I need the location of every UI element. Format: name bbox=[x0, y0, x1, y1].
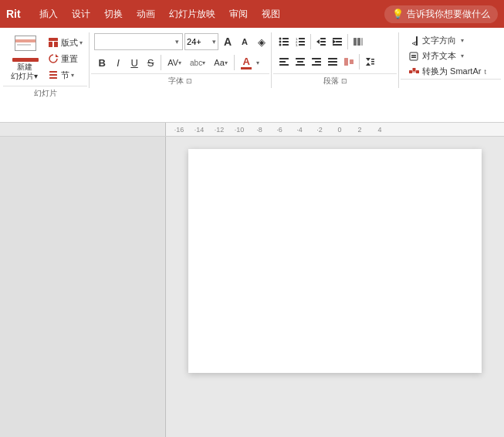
line-spacing-button[interactable] bbox=[362, 53, 377, 70]
align-right-button[interactable] bbox=[309, 53, 324, 70]
section-dropdown-arrow: ▾ bbox=[71, 72, 74, 79]
svg-marker-3 bbox=[56, 54, 59, 57]
font-section-expand[interactable]: ⊡ bbox=[186, 77, 192, 85]
align-center-button[interactable] bbox=[293, 53, 308, 70]
text-direction-button[interactable]: A 文字方向 ▾ bbox=[405, 33, 489, 48]
align-left-button[interactable] bbox=[276, 53, 292, 70]
menu-design[interactable]: 设计 bbox=[66, 5, 96, 24]
svg-marker-44 bbox=[366, 58, 370, 61]
columns-button[interactable] bbox=[350, 33, 366, 50]
new-slide-button[interactable]: 新建幻灯片▾ bbox=[6, 33, 42, 84]
paragraph-section-expand[interactable]: ⊡ bbox=[341, 77, 347, 85]
align-left-icon bbox=[279, 56, 289, 67]
svg-rect-2 bbox=[54, 42, 58, 47]
svg-rect-46 bbox=[371, 59, 374, 60]
font-color-button[interactable]: A bbox=[237, 53, 255, 72]
svg-rect-38 bbox=[312, 64, 321, 66]
columns-icon bbox=[353, 36, 364, 47]
font-size-up-button[interactable]: A bbox=[220, 33, 235, 50]
slide-canvas[interactable] bbox=[188, 149, 482, 373]
align-vertical-button[interactable] bbox=[341, 53, 357, 70]
indent-dec-icon bbox=[316, 36, 326, 47]
bullet-list-button[interactable] bbox=[276, 33, 292, 50]
svg-rect-40 bbox=[328, 61, 337, 63]
font-size-select[interactable]: 24+ ▾ bbox=[184, 33, 218, 50]
abc-arrow: ▾ bbox=[202, 59, 205, 66]
layout-icon bbox=[47, 36, 59, 49]
svg-point-9 bbox=[279, 41, 282, 43]
text-direction-icon: A bbox=[408, 36, 419, 46]
svg-rect-32 bbox=[279, 64, 289, 66]
svg-rect-51 bbox=[410, 53, 418, 60]
para-row-1: 1.2.3. bbox=[276, 33, 377, 50]
svg-rect-47 bbox=[371, 61, 374, 63]
svg-rect-50 bbox=[416, 36, 418, 46]
svg-rect-36 bbox=[312, 58, 321, 59]
italic-button[interactable]: I bbox=[110, 54, 126, 71]
ruler-marks: ·16 ·14 ·12 ·10 ·8 ·6 ·4 ·2 0 2 4 bbox=[166, 123, 393, 136]
reset-button[interactable]: 重置 bbox=[44, 51, 86, 66]
ribbon-sections: 新建幻灯片▾ 版式 ▾ 重置 bbox=[3, 31, 501, 122]
font-name-select[interactable]: ▾ bbox=[94, 33, 183, 50]
font-size-down-button[interactable]: A bbox=[237, 33, 252, 50]
clear-format-button[interactable]: ◈ bbox=[254, 33, 269, 50]
smartart-ellipsis: t bbox=[484, 68, 486, 76]
indent-dec-button[interactable] bbox=[313, 33, 329, 50]
svg-rect-42 bbox=[344, 58, 348, 66]
section-button[interactable]: 节 ▾ bbox=[44, 67, 86, 83]
align-text-button[interactable]: 对齐文本 ▾ bbox=[405, 49, 489, 63]
svg-marker-45 bbox=[366, 63, 370, 66]
font-name-dropdown: ▾ bbox=[175, 38, 179, 46]
svg-rect-27 bbox=[353, 38, 357, 46]
svg-rect-20 bbox=[320, 38, 326, 39]
indent-inc-button[interactable] bbox=[330, 33, 345, 50]
bullet-list-icon bbox=[279, 36, 289, 47]
font-size-case-button[interactable]: Aa ▾ bbox=[210, 54, 232, 71]
numbered-list-button[interactable]: 1.2.3. bbox=[293, 33, 308, 50]
svg-rect-25 bbox=[336, 41, 342, 42]
font-size-case-icon: Aa bbox=[214, 58, 224, 67]
strikethrough-button[interactable]: S bbox=[143, 54, 158, 71]
justify-button[interactable] bbox=[325, 53, 340, 70]
ruler-right: ·16 ·14 ·12 ·10 ·8 ·6 ·4 ·2 0 2 4 bbox=[166, 123, 504, 136]
svg-text:3.: 3. bbox=[296, 43, 298, 47]
convert-smartart-button[interactable]: 转换为 SmartAr t bbox=[405, 64, 489, 79]
char-spacing-button[interactable]: AV ▾ bbox=[164, 54, 185, 71]
align-text-label: 对齐文本 bbox=[422, 50, 456, 62]
align-text-icon bbox=[408, 51, 419, 62]
font-color-dropdown[interactable]: ▾ bbox=[256, 59, 259, 66]
layout-button[interactable]: 版式 ▾ bbox=[44, 35, 86, 50]
svg-marker-23 bbox=[333, 39, 336, 44]
text-direction-label: 文字方向 bbox=[422, 35, 456, 46]
svg-rect-30 bbox=[279, 58, 289, 59]
paragraph-section-label: 段落 bbox=[323, 76, 339, 86]
svg-rect-1 bbox=[49, 42, 52, 47]
svg-rect-43 bbox=[350, 59, 353, 64]
divider-3 bbox=[398, 32, 399, 88]
menu-review[interactable]: 审阅 bbox=[223, 5, 254, 24]
menu-view[interactable]: 视图 bbox=[255, 5, 286, 24]
new-slide-icon bbox=[12, 36, 37, 61]
tell-me-box[interactable]: 💡 告诉我你想要做什么 bbox=[384, 5, 498, 23]
layout-dropdown-arrow: ▾ bbox=[79, 39, 83, 46]
menu-slideshow[interactable]: 幻灯片放映 bbox=[163, 5, 222, 24]
bold-icon: B bbox=[98, 57, 105, 69]
tell-me-text: 告诉我你想要做什么 bbox=[407, 8, 490, 21]
menu-transitions[interactable]: 切换 bbox=[98, 5, 129, 24]
menu-insert[interactable]: 插入 bbox=[33, 5, 64, 24]
abc-button[interactable]: abc ▾ bbox=[186, 54, 209, 71]
tell-me-icon: 💡 bbox=[392, 8, 404, 19]
numbered-list-icon: 1.2.3. bbox=[295, 36, 306, 47]
clear-format-icon: ◈ bbox=[258, 36, 266, 48]
section-icon bbox=[47, 69, 59, 81]
underline-button[interactable]: U bbox=[127, 54, 142, 71]
content-area bbox=[0, 137, 504, 437]
svg-rect-16 bbox=[299, 41, 305, 42]
menu-bar: Rit 插入 设计 切换 动画 幻灯片放映 审阅 视图 💡 告诉我你想要做什么 bbox=[0, 0, 504, 28]
svg-rect-0 bbox=[49, 38, 58, 41]
menu-animations[interactable]: 动画 bbox=[130, 5, 161, 24]
bold-button[interactable]: B bbox=[94, 54, 110, 71]
new-slide-label: 新建幻灯片▾ bbox=[11, 63, 38, 81]
svg-rect-28 bbox=[357, 38, 360, 46]
slide-panel[interactable] bbox=[0, 137, 166, 437]
